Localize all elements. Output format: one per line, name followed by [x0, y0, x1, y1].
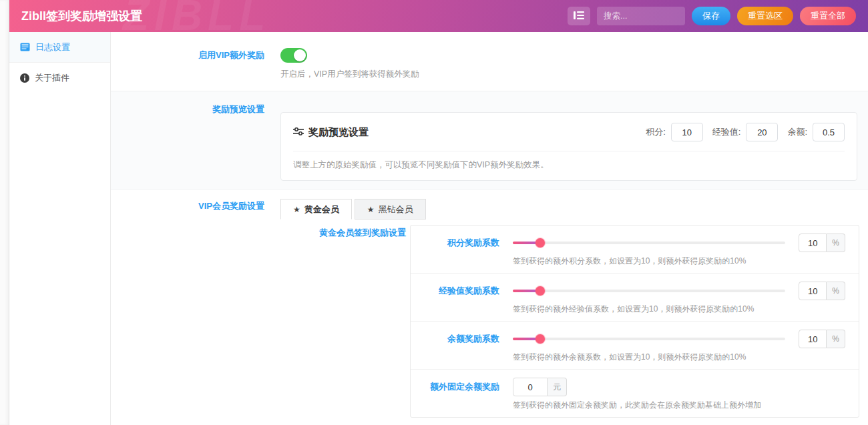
main-content: 启用VIP额外奖励 开启后，VIP用户签到将获得额外奖励 奖励预览设置 — [111, 32, 868, 425]
experience-coefficient-label: 经验值奖励系数 — [411, 285, 499, 297]
percent-suffix: % — [827, 234, 845, 252]
slider-handle[interactable] — [535, 286, 545, 296]
points-input[interactable] — [671, 123, 703, 141]
percent-suffix: % — [827, 330, 845, 348]
sidebar-item-label: 日志设置 — [35, 41, 70, 53]
sidebar: 日志设置 关于插件 — [9, 32, 111, 425]
tab-black-diamond-member[interactable]: ★ 黑钻会员 — [355, 199, 426, 220]
app-root: ZIBLL Zibll签到奖励增强设置 保存 重置选区 重置全部 — [0, 0, 868, 425]
enable-vip-toggle[interactable] — [280, 48, 307, 63]
header-actions: 保存 重置选区 重置全部 — [568, 7, 856, 25]
percent-suffix: % — [827, 282, 845, 300]
experience-field-label: 经验值: — [712, 126, 741, 138]
enable-vip-label: 启用VIP额外奖励 — [111, 48, 264, 80]
balance-coefficient-description: 签到获得的额外余额系数，如设置为10，则额外获得原奖励的10% — [513, 352, 845, 363]
panel-toggle-button[interactable] — [568, 7, 590, 25]
gold-member-panel: 黄金会员签到奖励设置 积分奖励系数 — [280, 220, 868, 425]
experience-input[interactable] — [746, 123, 778, 141]
setting-row-fixed-balance: 额外固定余额奖励 元 — [411, 370, 859, 417]
points-coefficient-description: 签到获得的额外积分系数，如设置为10，则额外获得原奖励的10% — [513, 256, 845, 267]
fixed-balance-label: 额外固定余额奖励 — [411, 381, 499, 393]
sidebar-item-log-settings[interactable]: 日志设置 — [9, 32, 110, 63]
setting-row-experience-coefficient: 经验值奖励系数 — [411, 274, 859, 322]
log-icon — [20, 43, 30, 51]
points-field-label: 积分: — [646, 126, 666, 138]
reset-section-button[interactable]: 重置选区 — [737, 7, 793, 25]
left-strip — [0, 0, 9, 425]
preview-settings-label: 奖励预览设置 — [111, 102, 264, 181]
tab-gold-member[interactable]: ★ 黄金会员 — [280, 199, 352, 220]
member-tabs: ★ 黄金会员 ★ 黑钻会员 — [280, 199, 868, 220]
header-watermark: ZIBLL — [123, 0, 270, 32]
section-preview-settings: 奖励预览设置 奖励预览设置 — [111, 91, 868, 189]
gold-reward-settings-box: 积分奖励系数 — [410, 225, 859, 418]
search-input[interactable] — [597, 7, 685, 25]
balance-coefficient-input[interactable] — [799, 330, 827, 348]
info-icon — [20, 73, 29, 83]
preview-settings-card: 奖励预览设置 积分: 经验值: — [280, 112, 857, 181]
section-vip-settings: VIP会员奖励设置 ★ 黄金会员 ★ 黑钻会员 — [111, 189, 868, 425]
enable-vip-description: 开启后，VIP用户签到将获得额外奖励 — [280, 69, 868, 80]
slider-handle[interactable] — [535, 238, 545, 248]
gold-reward-group-label: 黄金会员签到奖励设置 — [280, 225, 406, 418]
reset-all-button[interactable]: 重置全部 — [800, 7, 856, 25]
balance-coefficient-slider[interactable] — [513, 338, 785, 340]
save-button[interactable]: 保存 — [692, 7, 730, 25]
preview-card-description: 调整上方的原始奖励值，可以预览不同奖励值下的VIP额外奖励效果。 — [293, 159, 845, 171]
star-icon: ★ — [293, 205, 300, 214]
balance-coefficient-label: 余额奖励系数 — [411, 333, 499, 345]
experience-coefficient-description: 签到获得的额外经验值系数，如设置为10，则额外获得原奖励的10% — [513, 304, 845, 315]
setting-row-points-coefficient: 积分奖励系数 — [411, 226, 859, 274]
fixed-balance-input[interactable] — [513, 378, 548, 396]
toggle-knob — [294, 49, 306, 61]
balance-input[interactable] — [813, 123, 845, 141]
sliders-icon — [293, 127, 304, 138]
experience-coefficient-slider[interactable] — [513, 290, 785, 292]
card-divider — [293, 151, 845, 151]
list-icon — [574, 11, 584, 22]
points-coefficient-slider[interactable] — [513, 242, 785, 244]
fixed-balance-description: 签到获得的额外固定余额奖励，此奖励会在原余额奖励基础上额外增加 — [513, 400, 845, 411]
points-coefficient-label: 积分奖励系数 — [411, 237, 499, 249]
points-coefficient-input[interactable] — [799, 234, 827, 252]
vip-settings-label: VIP会员奖励设置 — [111, 199, 264, 425]
settings-page: ZIBLL Zibll签到奖励增强设置 保存 重置选区 重置全部 — [9, 0, 868, 425]
preview-fields: 积分: 经验值: 余额: — [646, 123, 845, 141]
header: ZIBLL Zibll签到奖励增强设置 保存 重置选区 重置全部 — [9, 0, 868, 32]
slider-handle[interactable] — [535, 334, 545, 344]
balance-field-label: 余额: — [787, 126, 807, 138]
section-enable-vip: 启用VIP额外奖励 开启后，VIP用户签到将获得额外奖励 — [111, 32, 868, 91]
page-title: Zibll签到奖励增强设置 — [21, 8, 142, 24]
page-body: 日志设置 关于插件 启用VIP额外奖励 — [9, 32, 868, 425]
setting-row-balance-coefficient: 余额奖励系数 — [411, 322, 859, 370]
tab-label: 黑钻会员 — [379, 203, 413, 216]
preview-card-title: 奖励预览设置 — [308, 126, 369, 139]
star-icon: ★ — [367, 205, 375, 214]
yuan-suffix: 元 — [548, 378, 567, 396]
sidebar-item-about-plugin[interactable]: 关于插件 — [9, 63, 110, 93]
tab-label: 黄金会员 — [304, 203, 339, 216]
sidebar-item-label: 关于插件 — [35, 72, 69, 84]
experience-coefficient-input[interactable] — [799, 282, 827, 300]
preview-card-title-wrap: 奖励预览设置 — [293, 126, 369, 139]
